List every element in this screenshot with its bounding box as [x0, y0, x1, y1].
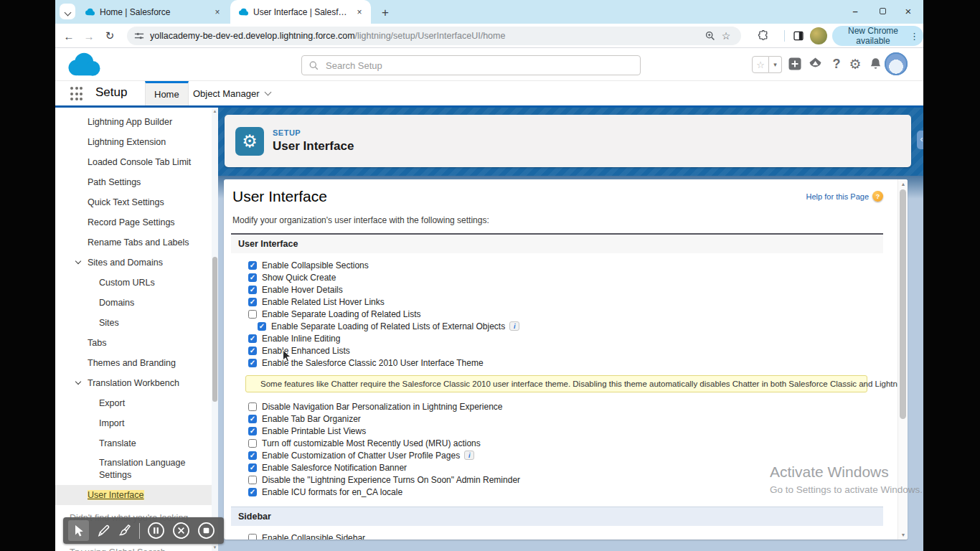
favorite-star-icon[interactable]: ☆	[752, 56, 769, 73]
checkbox[interactable]: ✓	[248, 463, 257, 472]
help-icon[interactable]: ?	[827, 55, 846, 73]
checkbox[interactable]: ✓	[258, 322, 266, 331]
setting-row: ✓ Enable Inline Editing i	[248, 332, 883, 344]
tab-home[interactable]: Home	[145, 81, 189, 105]
sidebar-item[interactable]: Tabs	[55, 333, 218, 353]
pause-recording-button[interactable]	[147, 522, 165, 540]
reload-icon[interactable]: ↻	[101, 27, 118, 44]
app-launcher-icon[interactable]	[70, 87, 85, 101]
sidebar-item[interactable]: Export	[55, 393, 218, 413]
sidebar-item[interactable]: Sites	[55, 313, 218, 333]
content-scrollbar[interactable]: ▲ ▼	[897, 179, 908, 540]
global-actions-icon[interactable]	[786, 55, 804, 73]
browser-tab-user-interface[interactable]: User Interface | Salesforce ×	[230, 0, 371, 24]
checkbox[interactable]: ✓	[248, 476, 257, 484]
extensions-icon[interactable]	[755, 27, 772, 44]
scroll-up-icon[interactable]: ▲	[212, 109, 218, 113]
checkbox[interactable]: ✓	[248, 439, 257, 448]
help-icon[interactable]: ?	[872, 191, 883, 202]
sidebar-item[interactable]: User Interface	[55, 485, 218, 505]
address-bar[interactable]: yollacademy-be-dev-ed.develop.lightning.…	[127, 27, 741, 45]
sidebar-item[interactable]: Translation Workbench	[55, 373, 218, 393]
checkbox[interactable]: ✓	[248, 359, 257, 367]
sidebar-item[interactable]: Import	[55, 413, 218, 433]
setup-menu-sidebar: Lightning App Builder Lightning Extensio…	[55, 108, 218, 551]
browser-tab-home[interactable]: Home | Salesforce ×	[77, 0, 229, 24]
search-input[interactable]	[324, 60, 633, 72]
checkbox[interactable]: ✓	[248, 273, 257, 282]
sidebar-scrollbar[interactable]: ▲ ▼	[212, 108, 218, 551]
checkbox[interactable]: ✓	[248, 451, 257, 460]
sidebar-item[interactable]: Record Page Settings	[55, 212, 218, 232]
setup-gear-icon[interactable]: ⚙	[846, 55, 864, 73]
right-panel-toggle[interactable]: ‹	[917, 131, 923, 149]
checkbox[interactable]: ✓	[248, 261, 257, 270]
tab-search-button[interactable]	[60, 4, 75, 19]
sidebar-item[interactable]: Lightning Extension	[55, 132, 218, 152]
checkbox[interactable]: ✓	[248, 427, 257, 435]
chevron-down-icon[interactable]	[75, 259, 82, 265]
scrollbar-thumb[interactable]	[212, 257, 217, 402]
scrollbar-thumb[interactable]	[900, 189, 906, 419]
window-minimize-button[interactable]: –	[843, 0, 867, 22]
checkbox[interactable]: ✓	[248, 286, 257, 294]
chevron-down-icon[interactable]	[75, 380, 82, 386]
checkbox[interactable]: ✓	[248, 534, 257, 540]
sidebar-item[interactable]: Rename Tabs and Labels	[55, 232, 218, 253]
sidebar-item[interactable]: Domains	[55, 293, 218, 313]
checkbox[interactable]: ✓	[248, 347, 257, 355]
trailhead-help-icon[interactable]	[806, 55, 824, 73]
scroll-up-icon[interactable]: ▲	[898, 182, 908, 187]
cursor-tool-button[interactable]	[68, 520, 89, 541]
checkbox[interactable]: ✓	[248, 415, 257, 423]
sidebar-item-label: Record Page Settings	[88, 217, 175, 227]
scroll-down-icon[interactable]: ▼	[898, 532, 908, 537]
chrome-update-button[interactable]: New Chrome available ⋮	[832, 26, 923, 46]
brush-tool-button[interactable]	[118, 524, 132, 538]
info-icon[interactable]: i	[464, 451, 474, 460]
side-panel-icon[interactable]	[790, 27, 807, 44]
new-tab-button[interactable]: +	[377, 4, 394, 22]
browser-profile-avatar[interactable]	[810, 27, 827, 44]
scroll-down-icon[interactable]: ▼	[212, 545, 218, 550]
check-icon: ✓	[250, 428, 255, 435]
info-icon[interactable]: i	[509, 321, 519, 331]
sidebar-item[interactable]: Sites and Domains	[55, 253, 218, 273]
setting-row: ✓ Enable Separate Loading of Related Lis…	[248, 320, 883, 332]
checkbox[interactable]: ✓	[248, 310, 257, 319]
checkbox[interactable]: ✓	[248, 488, 257, 496]
tab-object-manager[interactable]: Object Manager	[184, 81, 279, 105]
zoom-icon[interactable]	[702, 28, 718, 44]
sidebar-item[interactable]: Lightning App Builder	[55, 112, 218, 132]
sidebar-item[interactable]: Custom URLs	[55, 273, 218, 293]
window-close-button[interactable]: ×	[896, 0, 920, 22]
forward-icon[interactable]: →	[80, 27, 98, 44]
checkbox[interactable]: ✓	[248, 402, 257, 411]
site-info-icon[interactable]	[134, 31, 144, 41]
sidebar-item[interactable]: Translation Language Settings	[55, 453, 218, 485]
back-icon[interactable]: ←	[60, 27, 77, 44]
window-maximize-button[interactable]	[870, 0, 895, 22]
sidebar-item[interactable]: Quick Text Settings	[55, 192, 218, 212]
notifications-bell-icon[interactable]	[866, 55, 885, 73]
sidebar-item[interactable]: Translate	[55, 433, 218, 453]
close-tab-icon[interactable]: ×	[354, 6, 365, 18]
cancel-recording-button[interactable]	[172, 522, 190, 540]
sidebar-item[interactable]: Loaded Console Tab Limit	[55, 152, 218, 172]
user-avatar[interactable]	[885, 52, 908, 75]
sidebar-item[interactable]: Themes and Branding	[55, 353, 218, 373]
setting-row: ✓ Enable Collapsible Sidebar i	[248, 532, 883, 540]
cursor-icon	[73, 524, 85, 537]
pen-tool-button[interactable]	[96, 524, 110, 538]
help-for-this-page-link[interactable]: Help for this Page	[806, 192, 869, 201]
close-tab-icon[interactable]: ×	[212, 6, 223, 18]
favorites-dropdown-icon[interactable]: ▾	[769, 56, 782, 73]
sidebar-item[interactable]: Path Settings	[55, 172, 218, 192]
checkbox[interactable]: ✓	[248, 334, 257, 343]
setup-search-box[interactable]	[301, 55, 641, 75]
checkbox[interactable]: ✓	[248, 298, 257, 306]
sidebar-item-label: Path Settings	[88, 177, 141, 187]
sidebar-footer-line2[interactable]: Try using Global Search.	[70, 544, 206, 551]
bookmark-star-icon[interactable]: ☆	[718, 28, 734, 44]
stop-recording-button[interactable]	[197, 522, 215, 540]
